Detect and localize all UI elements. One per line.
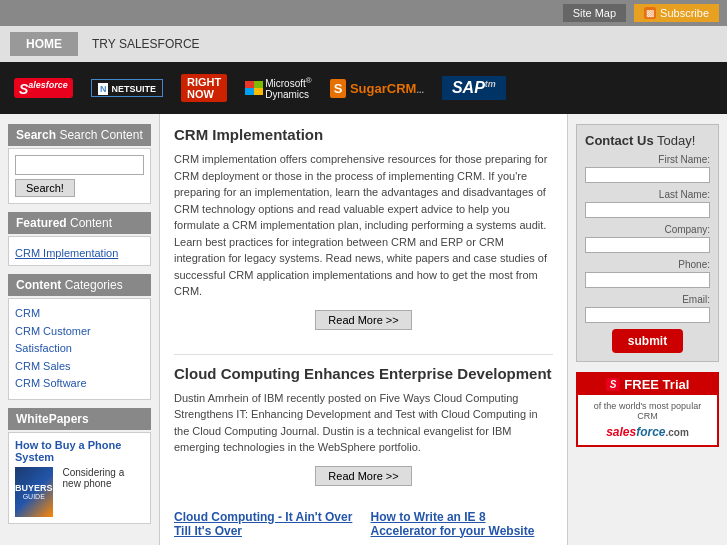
bottom-article2: How to Write an IE 8 Accelerator for you…: [371, 510, 554, 546]
sugarcrm-logo[interactable]: S SugarCRM...: [330, 81, 424, 96]
ms-dynamics-logo[interactable]: Microsoft®Dynamics: [245, 76, 311, 100]
salesforce-badge: S: [606, 378, 621, 391]
rss-icon: ▩: [644, 7, 656, 19]
article1-title: CRM Implementation: [174, 126, 553, 143]
last-name-label: Last Name:: [585, 189, 710, 200]
email-label: Email:: [585, 294, 710, 305]
first-name-input[interactable]: [585, 167, 710, 183]
subscribe-label: Subscribe: [660, 7, 709, 19]
rightnow-logo[interactable]: RIGHTNOW: [181, 74, 227, 102]
free-trial-header: S FREE Trial: [578, 374, 717, 395]
phone-input[interactable]: [585, 272, 710, 288]
bottom-articles: Cloud Computing - It Ain't Over Till It'…: [174, 510, 553, 546]
nav-home-button[interactable]: HOME: [10, 32, 78, 56]
sap-logo[interactable]: SAPtm: [442, 76, 506, 100]
article1-text: CRM implementation offers comprehensive …: [174, 151, 553, 300]
search-button[interactable]: Search!: [15, 179, 75, 197]
company-label: Company:: [585, 224, 710, 235]
category-crm-sales[interactable]: CRM Sales: [15, 358, 144, 376]
bottom-article2-title[interactable]: How to Write an IE 8 Accelerator for you…: [371, 510, 554, 538]
free-trial-logo[interactable]: salesforce.com: [584, 425, 711, 439]
right-sidebar: Contact Us Today! First Name: Last Name:…: [567, 114, 727, 545]
last-name-input[interactable]: [585, 202, 710, 218]
categories-box: CRM CRM Customer Satisfaction CRM Sales …: [8, 298, 151, 400]
featured-crm-link[interactable]: CRM Implementation: [15, 247, 144, 259]
subscribe-button[interactable]: ▩ Subscribe: [634, 4, 719, 22]
category-crm[interactable]: CRM: [15, 305, 144, 323]
featured-content-box: CRM Implementation: [8, 236, 151, 266]
search-input[interactable]: [15, 155, 144, 175]
categories-section-header: Content Categories: [8, 274, 151, 296]
whitepaper-item: How to Buy a Phone System BUYERS GUIDE C…: [8, 432, 151, 524]
category-crm-software[interactable]: CRM Software: [15, 375, 144, 393]
article2-title: Cloud Computing Enhances Enterprise Deve…: [174, 365, 553, 382]
nav-try-button[interactable]: TRY SALESFORCE: [80, 32, 212, 56]
nav-bar: HOME TRY SALESFORCE: [0, 26, 727, 62]
category-crm-customer-satisfaction[interactable]: CRM Customer Satisfaction: [15, 323, 144, 358]
company-input[interactable]: [585, 237, 710, 253]
search-section-header: Search Search Content: [8, 124, 151, 146]
phone-label: Phone:: [585, 259, 710, 270]
bottom-article1: Cloud Computing - It Ain't Over Till It'…: [174, 510, 357, 546]
site-map-button[interactable]: Site Map: [563, 4, 626, 22]
main-layout: Search Search Content Search! Featured C…: [0, 114, 727, 545]
featured-section-header: Featured Content: [8, 212, 151, 234]
email-input[interactable]: [585, 307, 710, 323]
left-sidebar: Search Search Content Search! Featured C…: [0, 114, 160, 545]
free-trial-subtitle: of the world's most popular CRM: [584, 401, 711, 421]
content-area: CRM Implementation CRM implementation of…: [160, 114, 567, 545]
contact-title: Contact Us Today!: [585, 133, 710, 148]
contact-box: Contact Us Today! First Name: Last Name:…: [576, 124, 719, 362]
search-box: Search!: [8, 148, 151, 204]
whitepaper-description: Considering a new phone: [63, 467, 144, 517]
submit-button[interactable]: submit: [612, 329, 683, 353]
whitepaper-image: BUYERS GUIDE: [15, 467, 53, 517]
salesforce-logo[interactable]: Salesforce: [14, 78, 73, 99]
ms-flag-icon: [245, 81, 263, 95]
whitepaper-title[interactable]: How to Buy a Phone System: [15, 439, 144, 463]
whitepapers-section-header: WhitePapers: [8, 408, 151, 430]
first-name-label: First Name:: [585, 154, 710, 165]
bottom-article1-title[interactable]: Cloud Computing - It Ain't Over Till It'…: [174, 510, 357, 538]
article2-text: Dustin Amrhein of IBM recently posted on…: [174, 390, 553, 456]
brand-bar: Salesforce N NETSUITE RIGHTNOW Microsoft…: [0, 62, 727, 114]
article2-read-more-button[interactable]: Read More >>: [315, 466, 411, 486]
top-bar: Site Map ▩ Subscribe: [0, 0, 727, 26]
article1-read-more-button[interactable]: Read More >>: [315, 310, 411, 330]
free-trial-box: S FREE Trial of the world's most popular…: [576, 372, 719, 447]
article-divider: [174, 354, 553, 355]
netsuite-logo[interactable]: N NETSUITE: [91, 79, 163, 97]
